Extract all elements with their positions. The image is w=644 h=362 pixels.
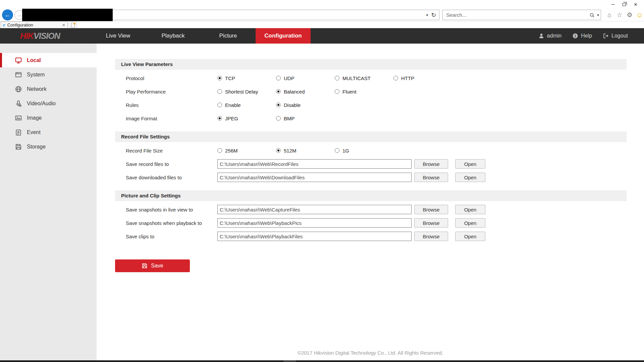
- storage-icon: [15, 143, 22, 150]
- radio-option-multicast[interactable]: MULTICAST: [335, 75, 393, 81]
- radio-option-256m[interactable]: 256M: [217, 148, 276, 154]
- sidebar-item-system[interactable]: System: [0, 67, 97, 82]
- sidebar-item-storage[interactable]: Storage: [0, 139, 97, 154]
- feedback-smiley-icon[interactable]: ☺: [635, 11, 644, 19]
- nav-item-configuration[interactable]: Configuration: [256, 28, 311, 44]
- radio-button[interactable]: [276, 116, 281, 121]
- window-close-button[interactable]: ✕: [630, 1, 641, 8]
- nav-item-playback[interactable]: Playback: [146, 28, 201, 44]
- settings-gear-icon[interactable]: ⚙: [625, 11, 634, 19]
- taskbar-edge-segment: [283, 360, 296, 362]
- radio-button[interactable]: [335, 89, 339, 94]
- field-label: Save record files to: [115, 161, 217, 167]
- radio-option-balanced[interactable]: Balanced: [276, 89, 335, 95]
- browse-button[interactable]: Browse: [414, 218, 448, 228]
- search-icon[interactable]: [589, 12, 595, 18]
- logo-part1: HIK: [20, 31, 34, 41]
- radio-option-512m[interactable]: 512M: [276, 148, 335, 154]
- radio-button[interactable]: [276, 148, 281, 153]
- form-row-protocol: ProtocolTCPUDPMULTICASTHTTP: [115, 71, 644, 85]
- browse-button[interactable]: Browse: [414, 205, 448, 214]
- radio-button[interactable]: [217, 76, 222, 80]
- tab-close-icon[interactable]: ✕: [62, 23, 65, 27]
- radio-option-shortest-delay[interactable]: Shortest Delay: [217, 89, 276, 95]
- radio-option-fluent[interactable]: Fluent: [335, 89, 393, 95]
- address-dropdown-icon[interactable]: ▾: [424, 13, 430, 17]
- radio-label: 256M: [225, 148, 238, 154]
- help-link[interactable]: Help: [572, 33, 592, 39]
- path-input-save-snapshots-in-live-view-to[interactable]: [217, 205, 412, 214]
- save-button[interactable]: Save: [115, 259, 190, 272]
- search-input[interactable]: [443, 12, 589, 18]
- radio-button[interactable]: [276, 103, 281, 107]
- browse-button[interactable]: Browse: [414, 173, 448, 182]
- radio-label: JPEG: [225, 116, 238, 121]
- sidebar-item-network[interactable]: Network: [0, 82, 97, 96]
- refresh-icon[interactable]: ↻: [430, 11, 439, 19]
- sidebar: LocalSystemNetworkVideo/AudioImageEventS…: [0, 44, 97, 360]
- radio-button[interactable]: [335, 76, 339, 80]
- radio-button[interactable]: [276, 76, 281, 80]
- address-bar[interactable]: ▾ ↻: [26, 10, 439, 20]
- sidebar-item-label: Local: [27, 57, 41, 63]
- section-header-picture-and-clip-settings: Picture and Clip Settings: [115, 190, 627, 201]
- new-tab-button[interactable]: ✱: [69, 21, 77, 28]
- radio-option-udp[interactable]: UDP: [276, 75, 335, 81]
- radio-button[interactable]: [217, 89, 222, 94]
- radio-option-enable[interactable]: Enable: [217, 102, 276, 108]
- radio-label: BMP: [284, 116, 295, 121]
- sidebar-item-local[interactable]: Local: [0, 53, 97, 67]
- field-label: Rules: [115, 102, 217, 108]
- window-minimize-button[interactable]: [607, 1, 619, 8]
- field-label: Protocol: [115, 75, 217, 81]
- sidebar-item-video-audio[interactable]: Video/Audio: [0, 96, 97, 111]
- radio-button[interactable]: [393, 76, 398, 80]
- user-menu[interactable]: admin: [538, 33, 562, 39]
- radio-button[interactable]: [217, 116, 222, 121]
- path-input-save-record-files-to[interactable]: [217, 159, 412, 169]
- form-row-play-performance: Play PerformanceShortest DelayBalancedFl…: [115, 85, 644, 98]
- open-button[interactable]: Open: [455, 173, 485, 182]
- sidebar-item-label: Event: [27, 129, 41, 135]
- open-button[interactable]: Open: [455, 218, 485, 228]
- browser-back-button[interactable]: ←: [2, 9, 13, 20]
- sidebar-item-image[interactable]: Image: [0, 111, 97, 125]
- browse-button[interactable]: Browse: [414, 159, 448, 169]
- radio-button[interactable]: [276, 89, 281, 94]
- open-button[interactable]: Open: [455, 232, 485, 241]
- tab-configuration[interactable]: e Configuration ✕: [1, 21, 68, 28]
- radio-option-bmp[interactable]: BMP: [276, 116, 335, 121]
- restore-icon: [623, 3, 626, 6]
- open-button[interactable]: Open: [455, 159, 485, 169]
- radio-label: Fluent: [342, 89, 357, 95]
- nav-item-picture[interactable]: Picture: [201, 28, 256, 44]
- radio-option-1g[interactable]: 1G: [335, 148, 393, 154]
- radio-option-jpeg[interactable]: JPEG: [217, 116, 276, 121]
- page-body: LocalSystemNetworkVideo/AudioImageEventS…: [0, 44, 644, 360]
- field-label: Save snapshots in live view to: [115, 207, 217, 213]
- path-input-save-clips-to[interactable]: [217, 232, 412, 241]
- home-icon[interactable]: ⌂: [605, 11, 614, 19]
- browse-button[interactable]: Browse: [414, 232, 448, 241]
- radio-option-http[interactable]: HTTP: [393, 75, 452, 81]
- search-dropdown-icon[interactable]: ▾: [595, 13, 601, 17]
- path-input-save-downloaded-files-to[interactable]: [217, 173, 412, 182]
- sidebar-item-event[interactable]: Event: [0, 125, 97, 139]
- radio-option-tcp[interactable]: TCP: [217, 75, 276, 81]
- back-arrow-icon: ←: [4, 11, 11, 19]
- section-rows: ProtocolTCPUDPMULTICASTHTTPPlay Performa…: [97, 71, 644, 125]
- open-button[interactable]: Open: [455, 205, 485, 214]
- logout-link[interactable]: Logout: [603, 33, 628, 39]
- radio-button[interactable]: [217, 103, 222, 107]
- browser-search-box[interactable]: ▾: [442, 10, 601, 20]
- radio-button[interactable]: [217, 148, 222, 153]
- window-restore-button[interactable]: [619, 1, 630, 8]
- event-icon: [15, 129, 22, 136]
- nav-item-live-view[interactable]: Live View: [91, 28, 146, 44]
- radio-label: MULTICAST: [342, 75, 371, 81]
- favorites-star-icon[interactable]: ☆: [615, 11, 624, 19]
- path-input-save-snapshots-when-playback-to[interactable]: [217, 218, 412, 228]
- field-label: Save downloaded files to: [115, 175, 217, 180]
- radio-button[interactable]: [335, 148, 339, 153]
- radio-option-disable[interactable]: Disable: [276, 102, 335, 108]
